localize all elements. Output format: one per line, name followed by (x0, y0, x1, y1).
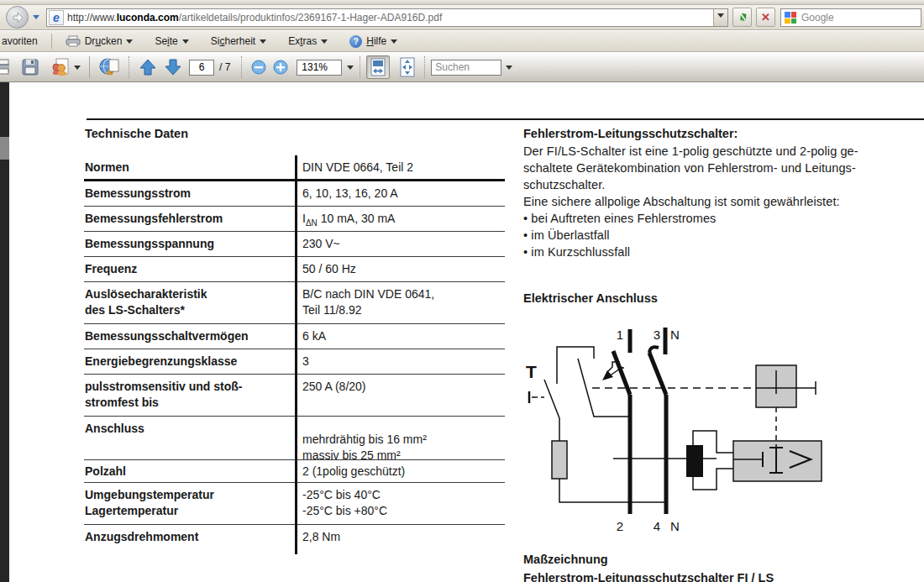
google-search-box[interactable] (780, 8, 921, 27)
zoom-out-button[interactable] (248, 55, 270, 79)
menu-page[interactable]: Seite (150, 34, 193, 49)
arrow-down-icon (163, 57, 183, 77)
command-bar: avoriten Drucken Seite Sicherheit Extras… (0, 31, 924, 52)
plus-circle-icon (272, 59, 289, 76)
previous-page-button[interactable] (135, 55, 160, 79)
test-return-wire (559, 479, 666, 502)
printer-icon (0, 59, 9, 76)
test-resistor (552, 441, 567, 479)
pdf-search-input[interactable] (431, 60, 501, 76)
minus-circle-icon (250, 59, 267, 76)
zoom-in-button[interactable] (270, 55, 291, 79)
table-title: Technische Daten (85, 127, 188, 140)
diagram-title: Elektrischer Anschluss (523, 291, 658, 305)
footer-title: Maßzeichnung (523, 553, 608, 566)
terminal-label-1: 1 (617, 328, 623, 342)
toolbar-separator (89, 56, 90, 78)
page-top-rule (87, 118, 924, 120)
next-page-button[interactable] (160, 55, 186, 79)
menu-favorites[interactable]: avoriten (0, 34, 43, 49)
reader-panel-notch[interactable] (0, 137, 9, 160)
bullet-item: • im Überlastfall (523, 227, 918, 244)
bullet-item: • bei Auftreten eines Fehlerstromes (523, 210, 918, 227)
footer-subtitle: Fehlerstrom-Leitungsschutzschalter FI / … (523, 571, 774, 582)
terminal-label-n-top: N (670, 328, 680, 342)
trip-arrow-head (602, 370, 613, 380)
menu-print[interactable]: Drucken (60, 34, 139, 49)
ie-page-icon: e (49, 10, 64, 25)
arrow-up-icon (138, 57, 158, 77)
menu-help[interactable]: ? Hilfe (344, 34, 402, 50)
url-domain: luconda.com (117, 12, 179, 24)
poleN-blade-hook (649, 347, 659, 353)
url-field[interactable]: e http://www.luconda.com/artikeldetails/… (46, 8, 728, 27)
chevron-down-icon (182, 39, 189, 47)
relay-coil (686, 445, 703, 477)
description-block: Fehlerstrom-Leitungsschutzschalter: Der … (523, 125, 918, 260)
refresh-icon (736, 11, 749, 24)
chevron-down-icon (74, 66, 81, 73)
terminal-label-4: 4 (654, 519, 660, 533)
collaborate-icon (50, 57, 70, 77)
page-total-label: / 7 (219, 61, 230, 73)
chevron-down-icon (260, 39, 266, 47)
url-dropdown-button[interactable] (713, 9, 727, 26)
google-search-input[interactable] (801, 12, 921, 24)
zoom-dropdown-icon[interactable] (347, 66, 354, 73)
test-switch-blade (544, 380, 559, 441)
help-icon: ? (349, 35, 362, 48)
globe-document-icon (98, 56, 120, 78)
toolbar-separator (241, 56, 242, 78)
circuit-diagram: 1 3 N 2 4 N T (521, 324, 840, 536)
chevron-down-icon (391, 39, 397, 47)
zoom-level-input[interactable] (297, 60, 342, 76)
fullscreen-mode-button[interactable] (396, 55, 418, 79)
terminal-label-2: 2 (617, 519, 623, 533)
terminal-label-n-bottom: N (670, 519, 680, 533)
stop-button[interactable]: ✕ (756, 8, 775, 27)
forward-button[interactable] (6, 6, 29, 29)
history-dropdown-icon[interactable] (33, 15, 39, 23)
search-dropdown-icon[interactable] (506, 66, 512, 73)
mechanism-bracket (557, 347, 594, 384)
menu-tools[interactable]: Extras (283, 34, 333, 49)
collaborate-button[interactable] (47, 55, 83, 79)
fit-page-icon (399, 57, 416, 77)
toolbar-separator (129, 56, 129, 78)
terminal-label-3: 3 (654, 328, 660, 342)
stop-icon: ✕ (761, 11, 770, 24)
toolbar-separator (424, 56, 425, 78)
web-convert-button[interactable] (96, 55, 123, 79)
scrolling-mode-button[interactable] (366, 55, 390, 79)
url-scheme: http://www. (67, 12, 117, 24)
url-path: /artikeldetails/produktinfos/2369167-1-H… (179, 12, 713, 24)
bullet-item: • im Kurzschlussfall (523, 244, 918, 260)
table-column-divider (295, 155, 297, 554)
save-button[interactable] (18, 55, 42, 79)
google-logo-icon (784, 11, 797, 24)
menu-security[interactable]: Sicherheit (206, 34, 271, 49)
test-button-label: T (526, 362, 537, 381)
scrolling-mode-icon (370, 58, 386, 76)
description-heading: Fehlerstrom-Leitungsschutzschalter: (523, 125, 918, 143)
save-icon (21, 58, 39, 76)
refresh-button[interactable] (732, 8, 752, 27)
print-button[interactable] (0, 55, 12, 79)
menu-separator (51, 34, 52, 49)
page-number-input[interactable] (189, 60, 214, 76)
chevron-down-icon (126, 39, 133, 47)
printer-icon (66, 35, 81, 47)
toolbar-separator (360, 56, 360, 78)
chevron-down-icon (321, 39, 328, 47)
address-bar: e http://www.luconda.com/artikeldetails/… (0, 5, 924, 30)
arrow-right-icon (11, 11, 24, 24)
pdf-toolbar: / 7 (0, 53, 924, 82)
